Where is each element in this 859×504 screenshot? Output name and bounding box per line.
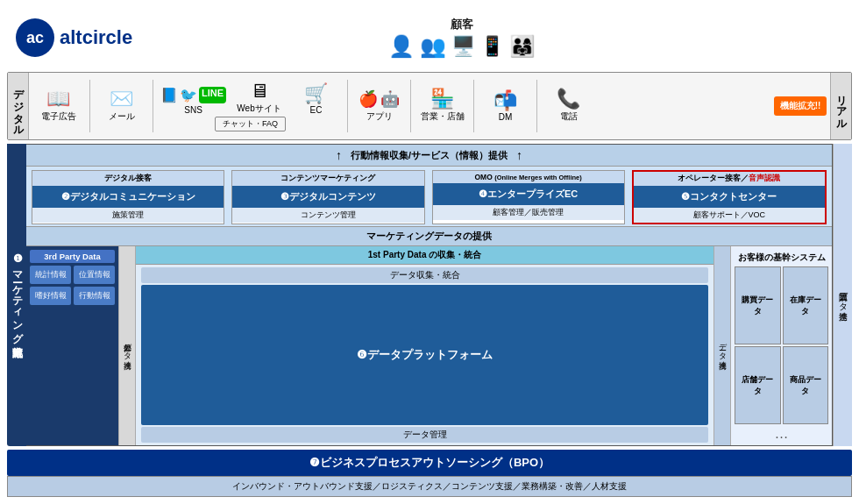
divider4 [410, 80, 411, 132]
tp-item-4: 行動情報 [74, 287, 115, 305]
service1-main: ❷デジタルコミュニケーション [32, 186, 224, 208]
platform-middle: 1st Party Data の収集・統合 データ収集・統合 ❻データプラットフ… [136, 246, 713, 445]
channel-name-ec: EC [310, 105, 323, 115]
system-dots: … [735, 424, 828, 442]
marketing-content: ↑ 行動情報収集/サービス（情報）提供 ↑ デジタル接客 ❷デジタルコミュニケー… [26, 144, 833, 446]
channel-section: デジタル 📖 電子広告 ✉️ メール 📘 🐦 [7, 72, 852, 140]
mail-icon: ✉️ [110, 89, 133, 109]
feature-badge-wrapper: 機能拡充!! [770, 73, 830, 139]
service2-header: コンテンツマーケティング [232, 171, 423, 186]
logo-area: ac altcircle [16, 18, 132, 57]
channel-name-dm: DM [499, 112, 513, 122]
customer-icons: 👤 👥 🖥️ 📱 👨‍👩‍👧 [388, 34, 536, 59]
platform-main: ❻データプラットフォーム [141, 285, 708, 425]
chat-faq-label: チャット・FAQ [215, 117, 286, 131]
main-wrapper: ac altcircle 顧客 👤 👥 🖥️ 📱 👨‍👩‍👧 デジタル 📖 電子… [0, 0, 859, 504]
mailbox-icon: 📬 [493, 91, 517, 110]
data-link-label: データ連携 [713, 246, 731, 445]
sys-item-purchase: 購買データ [735, 266, 781, 344]
third-party-block: 3rd Party Data 統計情報 位置情報 嗜好情報 行動情報 [26, 246, 118, 445]
bpo-section: ❼ビジネスプロセスアウトソーシング（BPO） インバウンド・アウトバウンド支援／… [7, 450, 852, 497]
book-icon: 📖 [46, 89, 70, 109]
store-icon: 🏪 [430, 89, 454, 109]
tp-item-3: 嗜好情報 [30, 287, 71, 305]
marketing-data-row: マーケティングデータの提供 [26, 226, 832, 246]
channel-app: 🍎 🤖 アプリ [355, 89, 403, 123]
customer-system-title: お客様の基幹システム [735, 250, 828, 266]
logo-text: altcircle [60, 26, 132, 49]
service4-main: ❺コンタクトセンター [634, 186, 825, 208]
services-row: デジタル接客 ❷デジタルコミュニケーション 施策管理 コンテンツマーケティング … [26, 167, 832, 226]
channel-store: 🏪 営業・店舗 [418, 89, 466, 123]
line-icon: LINE [199, 87, 226, 103]
web-icon: 🖥 [250, 82, 269, 101]
service2-main: ❸デジタルコンテンツ [232, 186, 423, 208]
real-side-label: リアル [830, 73, 851, 139]
bpo-sub: インバウンド・アウトバウンド支援／ロジスティクス／コンテンツ支援／業務構築・改善… [7, 476, 852, 497]
channel-denshi-kokoku: 📖 電子広告 [34, 89, 82, 123]
divider6 [536, 80, 537, 132]
divider5 [473, 80, 474, 132]
service-digital-comm: デジタル接客 ❷デジタルコミュニケーション 施策管理 [32, 170, 224, 224]
channels-inner: 📖 電子広告 ✉️ メール 📘 🐦 LINE [29, 73, 770, 139]
divider1 [89, 80, 90, 132]
platform-inner: データ収集・統合 ❻データプラットフォーム データ管理 [136, 265, 713, 445]
service4-header: オペレーター接客／音声認識 [634, 172, 825, 186]
external-label: 外部データ連携 [118, 246, 136, 445]
facebook-icon: 📘 [160, 87, 178, 103]
customer-label: 顧客 [451, 17, 473, 32]
device-icon: 🖥️ [451, 35, 475, 58]
third-party-grid: 統計情報 位置情報 嗜好情報 行動情報 [30, 266, 115, 305]
digital-side-label: デジタル [8, 73, 29, 139]
channel-web: 🖥 Webサイト [235, 82, 283, 115]
channel-ec: 🛒 EC [292, 84, 340, 115]
mobile-icon: 📱 [480, 35, 504, 58]
tp-item-1: 統計情報 [30, 266, 71, 284]
sys-item-store: 店舗データ [735, 346, 781, 424]
channel-phone: 📞 電話 [544, 89, 593, 123]
apple-icon: 🍎 [359, 89, 378, 109]
divider3 [347, 80, 348, 132]
twitter-icon: 🐦 [180, 87, 197, 103]
person1-icon: 👤 [388, 34, 415, 59]
person2-icon: 👥 [420, 34, 446, 59]
header-row: ac altcircle 顧客 👤 👥 🖥️ 📱 👨‍👩‍👧 [7, 7, 852, 68]
divider2 [153, 80, 153, 132]
main-area: ❶マーケティング戦略策定 ↑ 行動情報収集/サービス（情報）提供 ↑ デジタル接… [7, 144, 852, 446]
logo-circle: ac [16, 18, 54, 57]
service3-header: OMO (Online Merges with Offline) [433, 171, 624, 183]
service2-footer: コンテンツ管理 [232, 208, 423, 223]
service3-main: ❹エンタープライズEC [433, 183, 624, 205]
marketing-side-label: ❶マーケティング戦略策定 [7, 144, 26, 446]
android-icon: 🤖 [380, 89, 400, 109]
data-collect-row: データ収集・統合 [141, 267, 708, 283]
channel-name-web: Webサイト [237, 103, 280, 115]
channel-mail: ✉️ メール [97, 89, 146, 123]
info-collect-row: ↑ 行動情報収集/サービス（情報）提供 ↑ [26, 145, 832, 167]
channel-name-2: メール [109, 110, 135, 123]
service-enterprise-ec: OMO (Online Merges with Offline) ❹エンタープラ… [432, 170, 625, 224]
first-party-label: 1st Party Data の収集・統合 [136, 246, 713, 265]
customer-system-block: お客様の基幹システム 購買データ 在庫データ 店舗データ 商品データ … [731, 246, 832, 445]
third-party-title: 3rd Party Data [30, 250, 115, 263]
channel-name-phone: 電話 [560, 110, 578, 123]
system-grid: 購買データ 在庫データ 店舗データ 商品データ [735, 266, 828, 424]
sys-item-product: 商品データ [783, 346, 829, 424]
family-icon: 👨‍👩‍👧 [509, 34, 536, 59]
customer-area: 顧客 👤 👥 🖥️ 📱 👨‍👩‍👧 [388, 17, 536, 59]
data-section: 3rd Party Data 統計情報 位置情報 嗜好情報 行動情報 外部データ… [26, 246, 832, 445]
channel-name-sns: SNS [184, 105, 202, 115]
phone-icon: 📞 [557, 89, 580, 109]
channel-sns: 📘 🐦 LINE SNS [160, 87, 226, 115]
service3-footer: 顧客管理／販売管理 [433, 205, 624, 220]
feature-badge: 機能拡充!! [774, 96, 827, 116]
channel-name-1: 電子広告 [41, 110, 76, 123]
channel-name-store: 営業・店舗 [421, 110, 465, 123]
bpo-main: ❼ビジネスプロセスアウトソーシング（BPO） [7, 450, 852, 476]
sys-item-inventory: 在庫データ [783, 266, 829, 344]
service-contact-center: オペレーター接客／音声認識 ❺コンタクトセンター 顧客サポート／VOC [632, 170, 827, 224]
channel-dm: 📬 DM [481, 91, 529, 122]
purchase-label: 購買データ連携 [833, 144, 852, 446]
cart-icon: 🛒 [304, 84, 328, 103]
service4-footer: 顧客サポート／VOC [634, 208, 825, 223]
